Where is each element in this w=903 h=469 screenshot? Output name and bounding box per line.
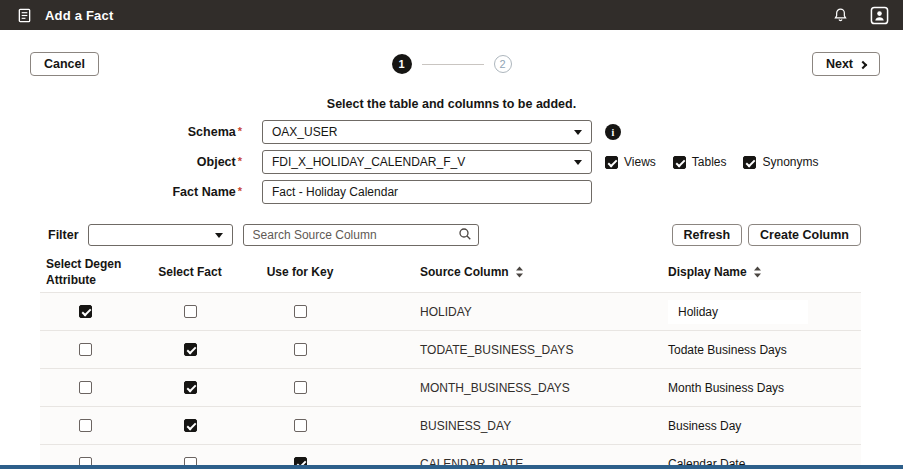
- chevron-right-icon: [859, 60, 867, 68]
- display-name-value[interactable]: Todate Business Days: [620, 343, 861, 357]
- column-header-source-column: Source Column: [350, 261, 620, 283]
- refresh-button-label: Refresh: [684, 228, 731, 242]
- fact-name-input[interactable]: [262, 180, 592, 204]
- table-row: TODATE_BUSINESS_DAYS Todate Business Day…: [40, 330, 861, 368]
- source-column-value: TODATE_BUSINESS_DAYS: [350, 343, 620, 357]
- table-header-row: Select Degen Attribute Select Fact Use f…: [40, 252, 861, 292]
- sort-icon[interactable]: [515, 266, 524, 278]
- column-header-use-for-key: Use for Key: [250, 261, 350, 283]
- object-form-row: Object* FDI_X_HOLIDAY_CALENDAR_F_V Views…: [0, 150, 903, 174]
- stepper-connector: [422, 64, 484, 65]
- next-button-label: Next: [826, 57, 853, 71]
- search-icon[interactable]: [458, 227, 472, 244]
- use-for-key-checkbox[interactable]: [294, 419, 307, 432]
- schema-form-row: Schema* OAX_USER i: [0, 120, 903, 144]
- checkbox-label: Synonyms: [762, 155, 818, 169]
- source-column-value: HOLIDAY: [350, 305, 620, 319]
- object-select[interactable]: FDI_X_HOLIDAY_CALENDAR_F_V: [262, 150, 592, 174]
- object-select-value: FDI_X_HOLIDAY_CALENDAR_F_V: [272, 155, 574, 169]
- add-a-fact-window: Add a Fact Cancel 1 2 Next Select the ta…: [0, 0, 903, 469]
- source-columns-table: Select Degen Attribute Select Fact Use f…: [40, 252, 861, 469]
- checkbox-icon[interactable]: [673, 156, 686, 169]
- table-row: MONTH_BUSINESS_DAYS Month Business Days: [40, 368, 861, 406]
- required-asterisk: *: [238, 155, 242, 167]
- column-header-display-name: Display Name: [620, 261, 861, 283]
- object-type-filter-checkbox[interactable]: Tables: [673, 155, 727, 169]
- degen-attribute-checkbox[interactable]: [79, 381, 92, 394]
- filter-label: Filter: [48, 228, 79, 242]
- checkbox-label: Tables: [692, 155, 727, 169]
- fact-name-label: Fact Name*: [0, 185, 262, 199]
- fact-form: Schema* OAX_USER i Object* FDI_X_HOLIDAY…: [0, 120, 903, 210]
- select-fact-checkbox[interactable]: [184, 381, 197, 394]
- user-avatar-icon[interactable]: [867, 3, 891, 27]
- create-column-button[interactable]: Create Column: [748, 224, 861, 246]
- select-fact-checkbox[interactable]: [184, 343, 197, 356]
- select-fact-checkbox[interactable]: [184, 419, 197, 432]
- object-label: Object*: [0, 155, 262, 169]
- next-button[interactable]: Next: [812, 52, 880, 76]
- refresh-button[interactable]: Refresh: [672, 224, 743, 246]
- chevron-down-icon: [574, 160, 582, 165]
- wizard-stepper: 1 2: [0, 53, 903, 75]
- column-header-select-degen-attribute: Select Degen Attribute: [40, 252, 130, 292]
- create-column-button-label: Create Column: [760, 228, 849, 242]
- source-column-value: MONTH_BUSINESS_DAYS: [350, 381, 620, 395]
- step-2-indicator[interactable]: 2: [494, 55, 512, 73]
- degen-attribute-checkbox[interactable]: [79, 343, 92, 356]
- notifications-bell-icon[interactable]: [828, 3, 852, 27]
- step-1-indicator[interactable]: 1: [392, 54, 412, 74]
- column-header-select-fact: Select Fact: [130, 261, 250, 283]
- degen-attribute-checkbox[interactable]: [79, 305, 92, 318]
- app-header-bar: Add a Fact: [0, 0, 903, 30]
- source-column-value: BUSINESS_DAY: [350, 419, 620, 433]
- checkbox-label: Views: [624, 155, 656, 169]
- fact-name-form-row: Fact Name*: [0, 180, 903, 204]
- sort-icon[interactable]: [753, 266, 762, 278]
- schema-label: Schema*: [0, 125, 262, 139]
- checkbox-icon[interactable]: [743, 156, 756, 169]
- table-filter-bar: Filter Refresh Create Column: [48, 224, 861, 246]
- chevron-down-icon: [574, 130, 582, 135]
- filter-select[interactable]: [88, 224, 233, 246]
- object-type-filters: Views Tables Synonyms: [605, 155, 819, 169]
- object-type-filter-checkbox[interactable]: Views: [605, 155, 656, 169]
- schema-select[interactable]: OAX_USER: [262, 120, 592, 144]
- checkbox-icon[interactable]: [605, 156, 618, 169]
- required-asterisk: *: [238, 185, 242, 197]
- use-for-key-checkbox[interactable]: [294, 343, 307, 356]
- display-name-value[interactable]: Business Day: [620, 419, 861, 433]
- object-type-filter-checkbox[interactable]: Synonyms: [743, 155, 818, 169]
- degen-attribute-checkbox[interactable]: [79, 419, 92, 432]
- chevron-down-icon: [215, 233, 223, 238]
- step-instruction-text: Select the table and columns to be added…: [0, 97, 903, 111]
- use-for-key-checkbox[interactable]: [294, 381, 307, 394]
- window-bottom-accent: [0, 465, 903, 469]
- fact-sheet-icon: [12, 3, 36, 27]
- display-name-value[interactable]: Month Business Days: [620, 381, 861, 395]
- use-for-key-checkbox[interactable]: [294, 305, 307, 318]
- schema-select-value: OAX_USER: [272, 125, 574, 139]
- required-asterisk: *: [238, 125, 242, 137]
- display-name-value[interactable]: Holiday: [620, 300, 861, 324]
- search-source-column-input[interactable]: [243, 224, 479, 246]
- table-row: BUSINESS_DAY Business Day: [40, 406, 861, 444]
- page-title: Add a Fact: [45, 8, 113, 23]
- schema-info-icon[interactable]: i: [605, 124, 621, 140]
- select-fact-checkbox[interactable]: [184, 305, 197, 318]
- table-row: HOLIDAY Holiday: [40, 292, 861, 330]
- table-body: HOLIDAY Holiday TODATE_BUSINESS_DAYS Tod…: [40, 292, 861, 469]
